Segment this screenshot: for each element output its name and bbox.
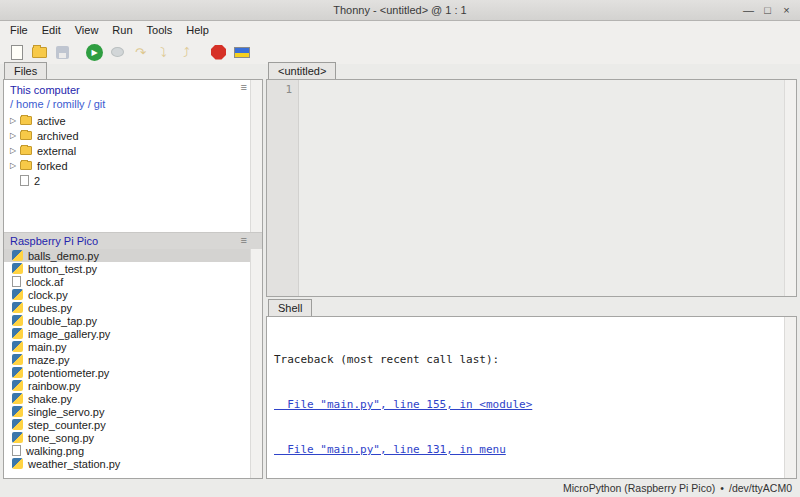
step-over-icon: ↷	[135, 46, 146, 59]
tab-untitled[interactable]: <untitled>	[268, 62, 336, 79]
list-item[interactable]: potentiometer.py	[4, 366, 262, 379]
tree-item-2[interactable]: 2	[4, 173, 262, 188]
debug-script-button[interactable]	[107, 42, 128, 63]
breadcrumb-path[interactable]: / home / romilly / git	[4, 96, 262, 113]
list-item[interactable]: single_servo.py	[4, 405, 262, 418]
support-ukraine-button[interactable]	[231, 42, 252, 63]
expander-icon[interactable]: ▷	[10, 116, 20, 125]
python-file-icon	[12, 328, 23, 339]
list-item[interactable]: button_test.py	[4, 262, 262, 275]
run-script-button[interactable]: ▶	[84, 42, 105, 63]
window-controls: — □ ×	[739, 0, 796, 21]
file-name: double_tap.py	[28, 315, 97, 327]
open-file-button[interactable]	[29, 42, 50, 63]
debug-bug-icon	[111, 47, 124, 57]
image-file-icon	[12, 445, 21, 456]
step-out-icon: ⤴	[183, 46, 190, 59]
stop-restart-button[interactable]	[208, 42, 229, 63]
menu-help[interactable]: Help	[179, 21, 216, 40]
tab-shell[interactable]: Shell	[268, 299, 312, 316]
pico-menu-icon[interactable]: ≡	[241, 235, 247, 246]
file-name: rainbow.py	[28, 380, 81, 392]
python-file-icon	[12, 315, 23, 326]
new-file-icon	[11, 45, 23, 60]
menu-tools[interactable]: Tools	[140, 21, 180, 40]
python-file-icon	[12, 419, 23, 430]
list-item[interactable]: clock.py	[4, 288, 262, 301]
pico-file-list: balls_demo.py button_test.py clock.af cl…	[4, 249, 262, 478]
port-status[interactable]: /dev/ttyACM0	[729, 482, 792, 494]
python-file-icon	[12, 458, 23, 469]
python-file-icon	[12, 302, 23, 313]
step-out-button[interactable]: ⤴	[176, 42, 197, 63]
file-name: step_counter.py	[28, 419, 106, 431]
list-item[interactable]: double_tap.py	[4, 314, 262, 327]
files-menu-icon[interactable]: ≡	[241, 82, 247, 93]
python-file-icon	[12, 406, 23, 417]
window-title: Thonny - <untitled> @ 1 : 1	[333, 4, 466, 16]
pico-scrollbar[interactable]	[250, 249, 262, 478]
list-item[interactable]: main.py	[4, 340, 262, 353]
list-item[interactable]: balls_demo.py	[4, 249, 262, 262]
files-top-scrollbar[interactable]	[250, 80, 262, 232]
tree-item-archived[interactable]: ▷ archived	[4, 128, 262, 143]
list-item[interactable]: maze.py	[4, 353, 262, 366]
list-item[interactable]: cubes.py	[4, 301, 262, 314]
list-item[interactable]: step_counter.py	[4, 418, 262, 431]
menu-file[interactable]: File	[3, 21, 35, 40]
editor-area[interactable]: 1	[266, 79, 797, 297]
tree-item-external[interactable]: ▷ external	[4, 143, 262, 158]
list-item[interactable]: rainbow.py	[4, 379, 262, 392]
menu-run[interactable]: Run	[105, 21, 139, 40]
file-name: cubes.py	[28, 302, 72, 314]
title-bar: Thonny - <untitled> @ 1 : 1 — □ ×	[0, 0, 800, 21]
minimize-icon[interactable]: —	[739, 0, 758, 21]
this-computer-title: This computer	[4, 80, 262, 96]
shell-output[interactable]: Traceback (most recent call last): File …	[267, 317, 784, 478]
status-separator: •	[720, 482, 724, 494]
file-name: shake.py	[28, 393, 72, 405]
open-folder-icon	[32, 47, 47, 58]
file-name: walking.png	[26, 445, 84, 457]
expander-icon[interactable]: ▷	[10, 161, 20, 170]
file-name: potentiometer.py	[28, 367, 109, 379]
file-icon	[12, 276, 21, 287]
list-item[interactable]: tone_song.py	[4, 431, 262, 444]
menu-view[interactable]: View	[68, 21, 106, 40]
list-item[interactable]: walking.png	[4, 444, 262, 457]
tree-item-label: 2	[34, 175, 40, 187]
editor-scrollbar[interactable]	[784, 80, 796, 296]
tree-item-label: active	[37, 115, 66, 127]
tree-item-forked[interactable]: ▷ forked	[4, 158, 262, 173]
menu-edit[interactable]: Edit	[35, 21, 68, 40]
save-file-button[interactable]	[52, 42, 73, 63]
status-bar: MicroPython (Raspberry Pi Pico) • /dev/t…	[0, 479, 800, 497]
traceback-link[interactable]: File "main.py", line 131, in menu	[274, 442, 784, 457]
new-file-button[interactable]	[6, 42, 27, 63]
tab-files[interactable]: Files	[4, 62, 47, 79]
python-file-icon	[12, 354, 23, 365]
file-name: balls_demo.py	[28, 250, 99, 262]
file-name: maze.py	[28, 354, 70, 366]
shell-panel[interactable]: Traceback (most recent call last): File …	[266, 316, 797, 479]
tree-item-active[interactable]: ▷ active	[4, 113, 262, 128]
backend-status[interactable]: MicroPython (Raspberry Pi Pico)	[563, 482, 715, 494]
close-icon[interactable]: ×	[777, 0, 796, 21]
list-item[interactable]: image_gallery.py	[4, 327, 262, 340]
file-name: image_gallery.py	[28, 328, 110, 340]
folder-icon	[20, 116, 32, 125]
traceback-link[interactable]: File "main.py", line 155, in <module>	[274, 397, 784, 412]
shell-scrollbar[interactable]	[784, 317, 796, 478]
folder-icon	[20, 131, 32, 140]
python-file-icon	[12, 263, 23, 274]
step-over-button[interactable]: ↷	[130, 42, 151, 63]
step-into-button[interactable]: ⤵	[153, 42, 174, 63]
file-name: clock.py	[28, 289, 68, 301]
list-item[interactable]: shake.py	[4, 392, 262, 405]
tree-item-label: forked	[37, 160, 68, 172]
list-item[interactable]: weather_station.py	[4, 457, 262, 470]
expander-icon[interactable]: ▷	[10, 146, 20, 155]
expander-icon[interactable]: ▷	[10, 131, 20, 140]
maximize-icon[interactable]: □	[758, 0, 777, 21]
list-item[interactable]: clock.af	[4, 275, 262, 288]
